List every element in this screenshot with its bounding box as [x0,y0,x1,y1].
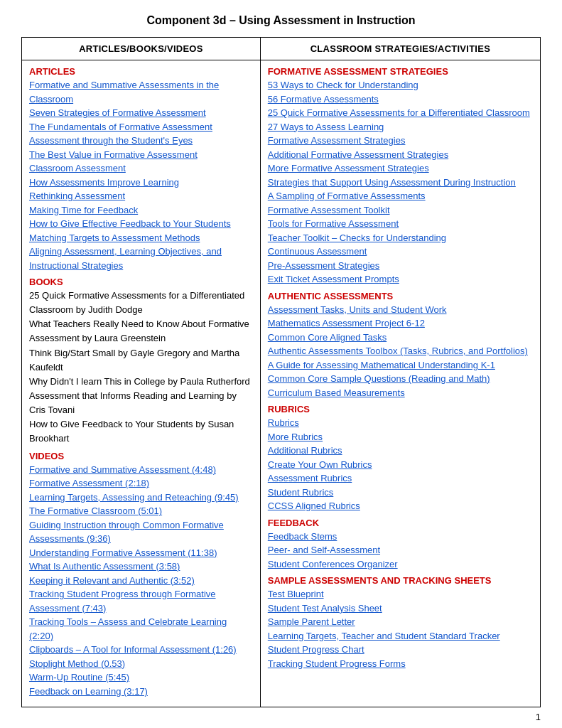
left-column-header: ARTICLES/BOOKS/VIDEOS [22,38,261,60]
link-item[interactable]: Assessment Rubrics [268,471,533,486]
link-item[interactable]: Tracking Student Progress Forms [268,657,533,671]
link-item[interactable]: Making Time for Feedback [29,203,253,218]
section-header-3: FEEDBACK [268,518,533,528]
link-item[interactable]: More Rubrics [268,430,533,444]
section-header-4: SAMPLE ASSESSMENTS AND TRACKING SHEETS [268,575,533,586]
link-item[interactable]: Matching Targets to Assessment Methods [29,231,253,245]
link-item[interactable]: The Best Value in Formative Assessment [29,148,253,162]
link-item[interactable]: 56 Formative Assessments [268,92,533,107]
link-item[interactable]: A Guide for Assessing Mathematical Under… [268,358,533,373]
link-item[interactable]: The Formative Classroom (5:01) [29,504,253,518]
link-item[interactable]: Curriculum Based Measurements [268,386,533,400]
link-item[interactable]: Tracking Tools – Assess and Celebrate Le… [29,615,253,643]
link-item[interactable]: Formative Assessment (2:18) [29,476,253,491]
link-item[interactable]: Learning Targets, Teacher and Student St… [268,629,533,643]
right-column-content: FORMATIVE ASSESSMENT STRATEGIES53 Ways t… [260,60,540,707]
link-item[interactable]: Additional Rubrics [268,444,533,458]
link-item[interactable]: The Fundamentals of Formative Assessment [29,120,253,134]
link-item[interactable]: How to Give Effective Feedback to Your S… [29,217,253,231]
link-item[interactable]: Authentic Assessments Toolbox (Tasks, Ru… [268,344,533,358]
link-item[interactable]: Formative and Summative Assessment (4:48… [29,463,253,477]
link-item[interactable]: A Sampling of Formative Assessments [268,189,533,203]
link-item[interactable]: Test Blueprint [268,587,533,601]
plain-item: What Teachers Really Need to Know About … [29,317,253,346]
link-item[interactable]: Clipboards – A Tool for Informal Assessm… [29,643,253,657]
section-header-2: VIDEOS [29,451,253,461]
link-item[interactable]: Formative and Summative Assessments in t… [29,78,253,106]
link-item[interactable]: Tools for Formative Assessment [268,217,533,231]
link-item[interactable]: Common Core Aligned Tasks [268,331,533,345]
link-item[interactable]: Formative Assessment Toolkit [268,203,533,218]
link-item[interactable]: Aligning Assessment, Learning Objectives… [29,245,253,272]
link-item[interactable]: Assessment through the Student's Eyes [29,134,253,148]
link-item[interactable]: Learning Targets, Assessing and Reteachi… [29,491,253,505]
plain-item: How to Give Feedback to Your Students by… [29,417,253,446]
link-item[interactable]: Mathematics Assessment Project 6-12 [268,316,533,331]
link-item[interactable]: What Is Authentic Assessment (3:58) [29,560,253,574]
link-item[interactable]: Rubrics [268,416,533,430]
link-item[interactable]: Exit Ticket Assessment Prompts [268,272,533,287]
link-item[interactable]: Seven Strategies of Formative Assessment [29,106,253,120]
link-item[interactable]: 25 Quick Formative Assessments for a Dif… [268,106,533,120]
link-item[interactable]: Peer- and Self-Assessment [268,543,533,557]
link-item[interactable]: 27 Ways to Assess Learning [268,120,533,134]
plain-item: Why Didn't I learn This in College by Pa… [29,375,253,389]
link-item[interactable]: Continuous Assessment [268,245,533,259]
link-item[interactable]: Sample Parent Letter [268,615,533,629]
link-item[interactable]: Assessment Tasks, Units and Student Work [268,303,533,317]
link-item[interactable]: More Formative Assessment Strategies [268,161,533,176]
link-item[interactable]: Feedback on Learning (3:17) [29,685,253,699]
plain-item: 25 Quick Formative Assessments for a Dif… [29,289,253,317]
page-title: Component 3d – Using Assessment in Instr… [21,14,541,27]
left-column-content: ARTICLESFormative and Summative Assessme… [22,60,261,707]
link-item[interactable]: Feedback Stems [268,530,533,544]
link-item[interactable]: Additional Formative Assessment Strategi… [268,148,533,162]
section-header-1: AUTHENTIC ASSESSMENTS [268,291,533,301]
plain-item: Assessment that Informs Reading and Lear… [29,389,253,417]
link-item[interactable]: Classroom Assessment [29,161,253,176]
link-item[interactable]: Stoplight Method (0.53) [29,657,253,671]
link-item[interactable]: Student Rubrics [268,486,533,500]
link-item[interactable]: How Assessments Improve Learning [29,176,253,190]
section-header-0: ARTICLES [29,66,253,77]
link-item[interactable]: Rethinking Assessment [29,189,253,203]
page-number: 1 [21,712,541,722]
link-item[interactable]: 53 Ways to Check for Understanding [268,78,533,92]
link-item[interactable]: Teacher Toolkit – Checks for Understandi… [268,231,533,245]
link-item[interactable]: Tracking Student Progress through Format… [29,587,253,615]
link-item[interactable]: Formative Assessment Strategies [268,134,533,148]
section-header-1: BOOKS [29,277,253,287]
link-item[interactable]: Common Core Sample Questions (Reading an… [268,372,533,386]
link-item[interactable]: Student Progress Chart [268,643,533,657]
link-item[interactable]: Warm-Up Routine (5:45) [29,670,253,685]
link-item[interactable]: CCSS Aligned Rubrics [268,499,533,513]
link-item[interactable]: Pre-Assessment Strategies [268,259,533,273]
link-item[interactable]: Keeping it Relevant and Authentic (3:52) [29,574,253,588]
right-column-header: CLASSROOM STRATEGIES/ACTIVITIES [260,38,540,60]
section-header-0: FORMATIVE ASSESSMENT STRATEGIES [268,66,533,77]
link-item[interactable]: Guiding Instruction through Common Forma… [29,518,253,546]
link-item[interactable]: Create Your Own Rubrics [268,458,533,472]
link-item[interactable]: Student Conferences Organizer [268,557,533,572]
link-item[interactable]: Strategies that Support Using Assessment… [268,176,533,190]
link-item[interactable]: Understanding Formative Assessment (11:3… [29,546,253,560]
main-table: ARTICLES/BOOKS/VIDEOS CLASSROOM STRATEGI… [21,37,541,707]
link-item[interactable]: Student Test Analysis Sheet [268,601,533,616]
plain-item: Think Big/Start Small by Gayle Gregory a… [29,346,253,375]
section-header-2: RUBRICS [268,404,533,414]
